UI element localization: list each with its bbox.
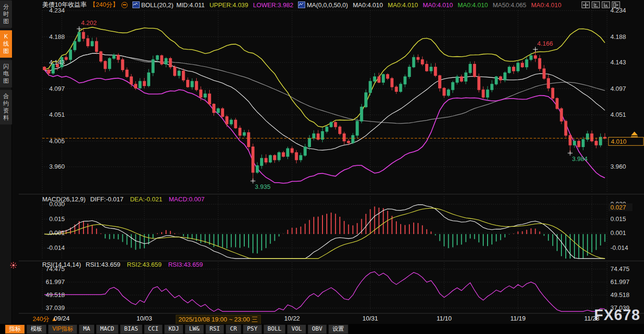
boll-upper-value: UPPER:4.039 xyxy=(209,1,248,9)
macd-params-label: MACD(26,12,9) xyxy=(42,196,85,203)
macd-value: MACD:0.007 xyxy=(169,196,204,203)
y-axis-label: 4.143 xyxy=(610,59,626,66)
period-badge: 【240分】 xyxy=(89,0,119,9)
toolbar-button-0[interactable]: 指标 xyxy=(5,324,25,334)
y-axis-label: 4.097 xyxy=(610,85,626,92)
x-axis-tick: 10/03 xyxy=(136,315,152,322)
sidebar-item-1[interactable]: K线图 xyxy=(0,30,12,58)
rsi1-value: RSI1:43.659 xyxy=(86,261,120,268)
ma-value-0: MA0:4.010 xyxy=(353,1,383,9)
toolbar-button-15[interactable]: 设置 xyxy=(328,324,348,334)
window-tools xyxy=(582,1,620,8)
ma-value-4: MA50:4.065 xyxy=(493,1,526,9)
y-axis-scale-icon[interactable] xyxy=(592,1,600,8)
x-axis-selected-range: 2025/10/08 19:00 ~ 23:00 三 xyxy=(176,315,261,324)
boll-lower-value: LOWER:3.982 xyxy=(253,1,293,9)
rsi3-value: RSI3:43.659 xyxy=(168,261,203,268)
boll-indicator-icon[interactable] xyxy=(132,1,140,8)
toolbar-button-5[interactable]: BIAS xyxy=(120,324,143,334)
toolbar-button-8[interactable]: LW& xyxy=(185,324,204,334)
y-axis-label: 4.051 xyxy=(610,111,626,118)
rsi2-value: RSI2:43.659 xyxy=(127,261,161,268)
macd-diff-value: DIFF:-0.017 xyxy=(90,196,123,203)
bottom-toolbar: 指标模板VIP指标MAMACDBIASCCIKDJLW&RSICRPSYBOLL… xyxy=(0,324,644,334)
x-axis-tick: 10/31 xyxy=(362,315,378,322)
move-tool-icon[interactable] xyxy=(582,1,590,8)
watermark: FX678 xyxy=(594,307,640,324)
x-axis-scale-icon[interactable] xyxy=(602,1,610,8)
macd-dea-value: DEA:-0.021 xyxy=(130,196,162,203)
ma-value-5: MA0:4.010 xyxy=(531,1,561,9)
price-marker-label: 3.935 xyxy=(255,183,271,190)
ma-value-1: MA0:4.010 xyxy=(388,1,418,9)
ma-value-3: MA0:4.010 xyxy=(458,1,488,9)
toolbar-button-12[interactable]: BOLL xyxy=(263,324,286,334)
y-axis-label: 49.518 xyxy=(610,291,630,298)
y-axis-label: 4.005 xyxy=(49,137,65,145)
chart-header: 美债10年收益率 【240分】 BOLL(20,2) MID:4.011 UPP… xyxy=(12,0,644,10)
sidebar-item-0[interactable]: 分时图 xyxy=(0,0,12,28)
y-axis-label: 0.001 xyxy=(610,229,626,236)
rsi-label-row: RSI(14,14,14) RSI1:43.659 RSI2:43.659 RS… xyxy=(42,261,203,268)
y-axis-label: 4.051 xyxy=(49,111,65,118)
toolbar-button-13[interactable]: VOL xyxy=(287,324,306,334)
macd-current-value: 0.027 xyxy=(610,204,626,211)
y-axis-label: 49.518 xyxy=(46,291,65,298)
y-axis-label: 3.960 xyxy=(49,163,65,170)
toolbar-button-6[interactable]: CCI xyxy=(144,324,163,334)
toolbar-button-7[interactable]: KDJ xyxy=(164,324,183,334)
toolbar-button-9[interactable]: RSI xyxy=(205,324,225,334)
price-marker-label: 4.202 xyxy=(81,19,97,26)
exit-pane-icon[interactable] xyxy=(612,1,620,8)
ma-values-group: MA0:4.010MA0:4.010MA0:4.010MA0:4.010MA50… xyxy=(348,1,561,9)
price-alert-icon xyxy=(631,132,638,136)
boll-label: BOLL(20,2) xyxy=(141,1,173,9)
instrument-title: 美债10年收益率 xyxy=(42,0,86,9)
y-axis-label: -0.014 xyxy=(47,244,65,251)
x-axis-tick: 11/10 xyxy=(437,315,452,322)
y-axis-label: 4.143 xyxy=(49,59,65,66)
toolbar-button-3[interactable]: MA xyxy=(79,324,94,334)
x-axis-tick: 10/22 xyxy=(284,315,300,322)
macd-label-row: MACD(26,12,9) DIFF:-0.017 DEA:-0.021 MAC… xyxy=(42,196,204,203)
y-axis-label: 0.015 xyxy=(610,215,626,223)
y-axis-label: 4.188 xyxy=(49,33,65,40)
y-axis-label: 4.188 xyxy=(610,33,626,40)
x-axis-tick: 11/19 xyxy=(511,315,526,322)
sidebar-item-3[interactable]: 合约资料 xyxy=(0,90,12,124)
x-axis-tick: 09/24 xyxy=(54,315,70,322)
alert-sun-icon[interactable] xyxy=(10,261,17,269)
y-axis-label: 61.997 xyxy=(46,278,65,285)
y-axis-label: 0.015 xyxy=(49,215,65,223)
toolbar-button-4[interactable]: MACD xyxy=(96,324,119,334)
price-marker-label: 3.984 xyxy=(572,155,588,162)
y-axis-label: 61.997 xyxy=(610,278,630,285)
y-axis-label: -0.014 xyxy=(610,244,628,251)
toolbar-button-14[interactable]: OBV xyxy=(308,324,327,334)
ma-indicator-icon[interactable] xyxy=(298,1,305,8)
y-axis-label: 0.001 xyxy=(49,229,65,236)
y-axis-label: 37.039 xyxy=(46,304,65,311)
sidebar-item-2[interactable]: 闪电图 xyxy=(0,60,12,87)
ma-label: MA(0,0,0,50,0) xyxy=(307,1,348,9)
rsi-params-label: RSI(14,14,14) xyxy=(42,261,81,268)
chart-canvas[interactable]: 4.2024.1663.9353.9844.2344.2344.1884.188… xyxy=(12,7,644,315)
price-marker-label: 4.166 xyxy=(537,40,553,47)
toolbar-button-11[interactable]: PSY xyxy=(243,324,262,334)
current-price-value: 4.010 xyxy=(611,138,627,145)
y-axis-label: 74.475 xyxy=(610,265,630,272)
toolbar-button-2[interactable]: VIP指标 xyxy=(48,324,77,334)
trading-app-window: 分时图K线图闪电图合约资料 美债10年收益率 【240分】 BOLL(20,2)… xyxy=(0,0,644,334)
sidebar: 分时图K线图闪电图合约资料 xyxy=(0,0,12,334)
collapse-indicator-icon[interactable] xyxy=(121,2,128,8)
timeline-row: 240分 ▲ 09/2410/032025/10/08 19:00 ~ 23:0… xyxy=(12,314,644,323)
toolbar-button-10[interactable]: CR xyxy=(226,324,241,334)
toolbar-button-1[interactable]: 模板 xyxy=(26,324,47,334)
y-axis-label: 3.960 xyxy=(610,163,626,170)
boll-mid-value: MID:4.011 xyxy=(176,1,204,9)
y-axis-label: 4.097 xyxy=(49,85,65,92)
ma-value-2: MA0:4.010 xyxy=(423,1,453,9)
